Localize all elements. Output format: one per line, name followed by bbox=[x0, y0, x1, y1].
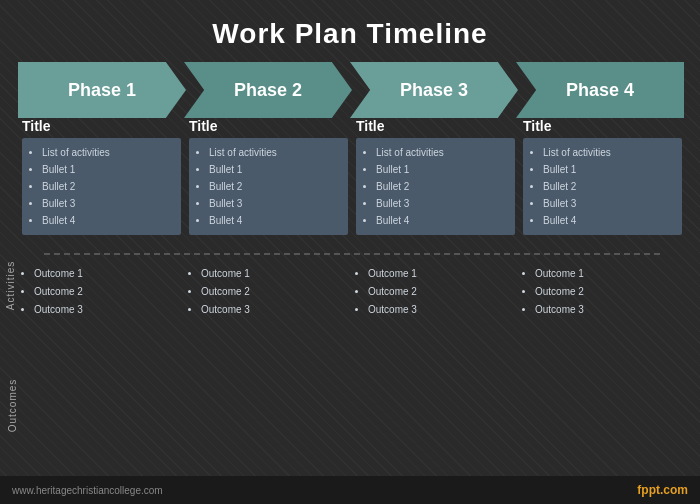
bullet-item: Bullet 2 bbox=[543, 178, 674, 195]
bullet-item: Bullet 1 bbox=[209, 161, 340, 178]
outcome-item: Outcome 3 bbox=[34, 301, 181, 319]
bullet-item: Bullet 4 bbox=[543, 212, 674, 229]
bullet-item: Bullet 3 bbox=[543, 195, 674, 212]
phase-1-arrow: Phase 1 bbox=[18, 62, 186, 118]
activities-section: TitleList of activitiesBullet 1Bullet 2B… bbox=[22, 118, 682, 243]
column-1-title: Title bbox=[22, 118, 181, 134]
outcome-item: Outcome 1 bbox=[368, 265, 515, 283]
section-divider bbox=[44, 253, 660, 255]
column-3-bullets: List of activitiesBullet 1Bullet 2Bullet… bbox=[356, 138, 515, 235]
outcome-item: Outcome 2 bbox=[535, 283, 682, 301]
outcome-item: Outcome 1 bbox=[201, 265, 348, 283]
bullet-item: Bullet 2 bbox=[376, 178, 507, 195]
activities-column-1: TitleList of activitiesBullet 1Bullet 2B… bbox=[22, 118, 181, 235]
column-3-title: Title bbox=[356, 118, 515, 134]
bullet-item: Bullet 3 bbox=[42, 195, 173, 212]
bullet-item: Bullet 4 bbox=[376, 212, 507, 229]
outcome-item: Outcome 3 bbox=[368, 301, 515, 319]
bullet-item: Bullet 1 bbox=[42, 161, 173, 178]
phases-row: Phase 1Phase 2Phase 3Phase 4 bbox=[0, 62, 700, 118]
outcome-item: Outcome 3 bbox=[201, 301, 348, 319]
outcomes-column-4: Outcome 1Outcome 2Outcome 3 bbox=[523, 265, 682, 319]
bullet-item: List of activities bbox=[543, 144, 674, 161]
bullet-item: List of activities bbox=[42, 144, 173, 161]
page-title: Work Plan Timeline bbox=[0, 0, 700, 62]
outcome-item: Outcome 1 bbox=[535, 265, 682, 283]
outcomes-label: Outcomes bbox=[7, 379, 18, 433]
bottom-url: www.heritagechristiancollege.com bbox=[12, 485, 163, 496]
bullet-item: Bullet 4 bbox=[42, 212, 173, 229]
column-4-title: Title bbox=[523, 118, 682, 134]
outcomes-column-2: Outcome 1Outcome 2Outcome 3 bbox=[189, 265, 348, 319]
column-2-bullets: List of activitiesBullet 1Bullet 2Bullet… bbox=[189, 138, 348, 235]
outcome-item: Outcome 1 bbox=[34, 265, 181, 283]
column-2-title: Title bbox=[189, 118, 348, 134]
column-4-bullets: List of activitiesBullet 1Bullet 2Bullet… bbox=[523, 138, 682, 235]
activities-column-3: TitleList of activitiesBullet 1Bullet 2B… bbox=[356, 118, 515, 235]
outcomes-column-1: Outcome 1Outcome 2Outcome 3 bbox=[22, 265, 181, 319]
bullet-item: Bullet 4 bbox=[209, 212, 340, 229]
bullet-item: Bullet 2 bbox=[209, 178, 340, 195]
outcomes-section: Outcome 1Outcome 2Outcome 3Outcome 1Outc… bbox=[22, 265, 682, 319]
outcome-item: Outcome 2 bbox=[201, 283, 348, 301]
phase-2-arrow: Phase 2 bbox=[184, 62, 352, 118]
activities-column-4: TitleList of activitiesBullet 1Bullet 2B… bbox=[523, 118, 682, 235]
bullet-item: Bullet 3 bbox=[209, 195, 340, 212]
bottom-brand: fppt.com bbox=[637, 483, 688, 497]
outcome-item: Outcome 3 bbox=[535, 301, 682, 319]
outcome-item: Outcome 2 bbox=[34, 283, 181, 301]
phase-3-arrow: Phase 3 bbox=[350, 62, 518, 118]
bullet-item: List of activities bbox=[376, 144, 507, 161]
column-1-bullets: List of activitiesBullet 1Bullet 2Bullet… bbox=[22, 138, 181, 235]
brand-suffix: .com bbox=[660, 483, 688, 497]
bottom-bar: www.heritagechristiancollege.com fppt.co… bbox=[0, 476, 700, 504]
bullet-item: List of activities bbox=[209, 144, 340, 161]
outcome-item: Outcome 2 bbox=[368, 283, 515, 301]
bullet-item: Bullet 1 bbox=[376, 161, 507, 178]
brand-prefix: fppt bbox=[637, 483, 660, 497]
outcomes-column-3: Outcome 1Outcome 2Outcome 3 bbox=[356, 265, 515, 319]
bullet-item: Bullet 3 bbox=[376, 195, 507, 212]
activities-column-2: TitleList of activitiesBullet 1Bullet 2B… bbox=[189, 118, 348, 235]
bullet-item: Bullet 1 bbox=[543, 161, 674, 178]
bullet-item: Bullet 2 bbox=[42, 178, 173, 195]
activities-label: Activities bbox=[5, 261, 16, 310]
phase-4-arrow: Phase 4 bbox=[516, 62, 684, 118]
